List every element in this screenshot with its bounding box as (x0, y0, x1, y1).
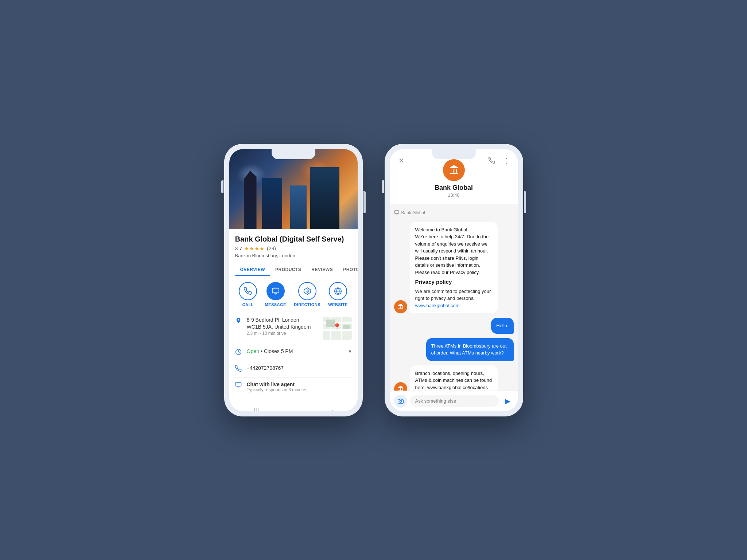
building3 (310, 167, 339, 229)
stars: ★★★★ (244, 246, 265, 251)
map-thumbnail[interactable]: 📍 (323, 317, 352, 340)
rating-row: 3.7 ★★★★ (29) (235, 246, 352, 251)
building4 (290, 185, 307, 229)
directions-label: DIRECTIONS (294, 302, 320, 307)
privacy-link: www.bankglobal.com (415, 303, 460, 308)
bank-msg-avatar-1 (394, 300, 407, 313)
privacy-text: We are commited to pectecting your right… (415, 288, 493, 309)
nav-recent-apps[interactable]: ||| (253, 407, 259, 411)
location-icon (235, 317, 242, 326)
msg-bubble-locations: Branch locations, opening hours, ATMs & … (410, 365, 498, 391)
message-icon (266, 282, 285, 300)
info-section: 8-9 Bedford Pl, London WC1B 5JA, United … (235, 310, 352, 396)
privacy-title: Privacy policy (415, 278, 493, 286)
chat-agent-title: Chat with live agent (247, 381, 308, 387)
chat-header-name: Bank Global (435, 184, 473, 192)
chat-agent-row: Chat with live agent Typically responds … (235, 378, 352, 396)
phone-number: +442072798767 (247, 365, 284, 372)
header-right-actions: ⋮ (486, 155, 512, 167)
place-type: Bank in Bloomsbury, London (235, 253, 352, 258)
tab-products[interactable]: PRODUCTS (270, 263, 306, 276)
hours-text: Open • Closes 5 PM (247, 348, 343, 355)
phone-row: +442072798767 (235, 361, 352, 378)
review-count: (29) (267, 246, 276, 251)
directions-button[interactable]: DIRECTIONS (294, 282, 320, 307)
camera-button[interactable] (394, 395, 407, 408)
actions-row: CALL MESSAGE (235, 276, 352, 310)
open-status: Open (247, 348, 259, 354)
close-time: • Closes 5 PM (261, 348, 293, 354)
hero-image (229, 149, 358, 229)
website-icon (329, 282, 347, 300)
msg-text-locations: Branch locations, opening hours, ATMs & … (415, 371, 492, 390)
nav-back[interactable]: ‹ (331, 407, 334, 411)
message-button[interactable]: MESSAGE (265, 282, 286, 307)
hours-row[interactable]: Open • Closes 5 PM ∨ (235, 344, 352, 361)
sender-chat-icon (394, 210, 399, 216)
phone-chat: ✕ ⋮ Bank Global 13:48 (385, 144, 523, 416)
tab-overview[interactable]: OVERVIEW (235, 263, 270, 276)
msg-text-1: Welcome to Bank Global.We're here to hel… (415, 226, 493, 276)
call-icon (239, 282, 257, 300)
msg-row-locations: Branch locations, opening hours, ATMs & … (394, 365, 514, 391)
close-button[interactable]: ✕ (396, 155, 407, 167)
chat-agent-icon (235, 381, 242, 390)
message-label: MESSAGE (265, 302, 286, 307)
sender-label: Bank Global (394, 210, 514, 216)
msg-bubble-1: Welcome to Bank Global.We're here to hel… (410, 222, 498, 314)
buildings (229, 164, 358, 229)
nav-home[interactable]: □ (293, 407, 297, 411)
chevron-icon: ∨ (348, 348, 352, 354)
website-button[interactable]: WEBSITE (328, 282, 348, 307)
svg-text:📍: 📍 (332, 323, 341, 332)
clock-icon (235, 349, 242, 357)
tab-reviews[interactable]: REVIEWS (306, 263, 338, 276)
msg-bubble-atm: Three ATMs in Bloombsbury are out of ord… (426, 338, 514, 361)
msg-row-1: Welcome to Bank Global.We're here to hel… (394, 222, 514, 314)
msg-row-atm: Three ATMs in Bloombsbury are out of ord… (394, 338, 514, 361)
chat-agent-sub: Typically responds in 3 minutes (247, 387, 308, 392)
bottom-nav: ||| □ ‹ (229, 402, 358, 411)
call-button[interactable]: CALL (239, 282, 257, 307)
place-content: Bank Global (Digital Self Serve) 3.7 ★★★… (229, 229, 358, 402)
address-line1: 8-9 Bedford Pl, London WC1B 5JA, United … (247, 317, 318, 331)
chat-input-area: ▶ (390, 391, 518, 411)
building1 (244, 171, 257, 229)
call-header-button[interactable] (486, 155, 498, 167)
website-label: WEBSITE (328, 302, 348, 307)
chat-agent-text: Chat with live agent Typically responds … (247, 381, 308, 392)
address-row: 8-9 Bedford Pl, London WC1B 5JA, United … (235, 313, 352, 344)
tab-photos[interactable]: PHOTOS (338, 263, 357, 276)
msg-text-hello: Hello. (496, 323, 508, 328)
address-text: 8-9 Bedford Pl, London WC1B 5JA, United … (247, 317, 318, 336)
svg-rect-9 (343, 325, 350, 329)
distance-text: 2.3 mi · 10 min drive (247, 331, 318, 336)
directions-icon (298, 282, 316, 300)
phone-icon (235, 365, 242, 374)
rating-number: 3.7 (235, 246, 242, 251)
send-button[interactable]: ▶ (502, 395, 514, 407)
svg-rect-0 (272, 288, 279, 293)
phone1-screen: Bank Global (Digital Self Serve) 3.7 ★★★… (229, 149, 358, 411)
chat-input-field[interactable] (410, 395, 499, 407)
tabs: OVERVIEW PRODUCTS REVIEWS PHOTOS (229, 263, 358, 276)
building2 (262, 178, 282, 229)
call-label: CALL (242, 302, 253, 307)
msg-text-atm: Three ATMs in Bloombsbury are out of ord… (431, 343, 507, 356)
place-title: Bank Global (Digital Self Serve) (235, 235, 352, 243)
svg-rect-12 (236, 382, 241, 386)
sender-name: Bank Global (401, 210, 425, 215)
bank-msg-avatar-2 (394, 382, 407, 391)
chat-messages: Bank Global Welcome to Bank Global.We're… (390, 204, 518, 391)
chat-header-time: 13:48 (448, 192, 460, 198)
notch2 (432, 149, 476, 159)
notch1 (272, 149, 315, 159)
phone2-screen: ✕ ⋮ Bank Global 13:48 (390, 149, 518, 411)
scene: Bank Global (Digital Self Serve) 3.7 ★★★… (210, 129, 538, 431)
msg-bubble-hello: Hello. (491, 318, 513, 334)
more-options-button[interactable]: ⋮ (501, 155, 512, 167)
svg-rect-13 (394, 210, 399, 213)
phone-maps: Bank Global (Digital Self Serve) 3.7 ★★★… (224, 144, 363, 416)
msg-row-hello: Hello. (394, 318, 514, 334)
svg-point-14 (400, 400, 401, 402)
